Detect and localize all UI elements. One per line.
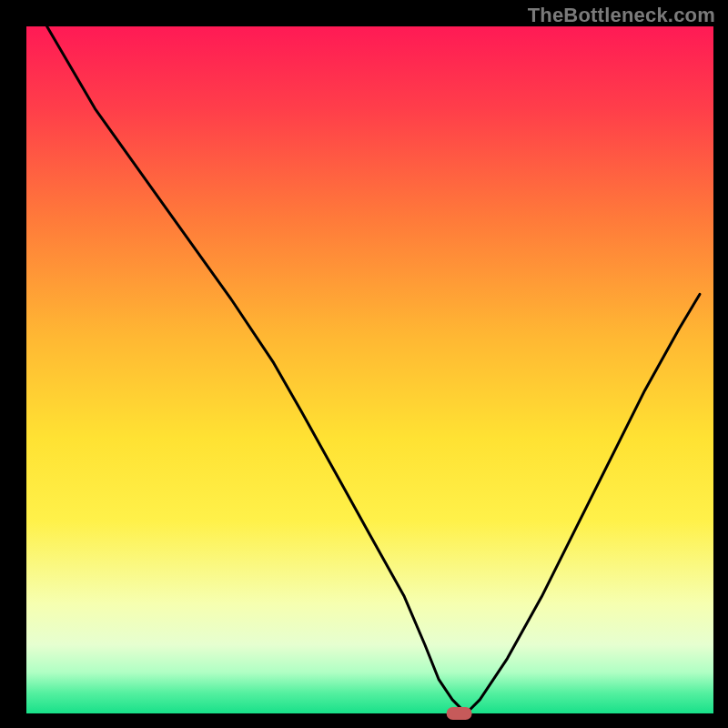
bottleneck-chart	[0, 0, 728, 728]
chart-stage: TheBottleneck.com	[0, 0, 728, 728]
minimum-marker	[447, 707, 472, 720]
plot-background	[26, 26, 713, 713]
watermark-text: TheBottleneck.com	[528, 4, 715, 27]
